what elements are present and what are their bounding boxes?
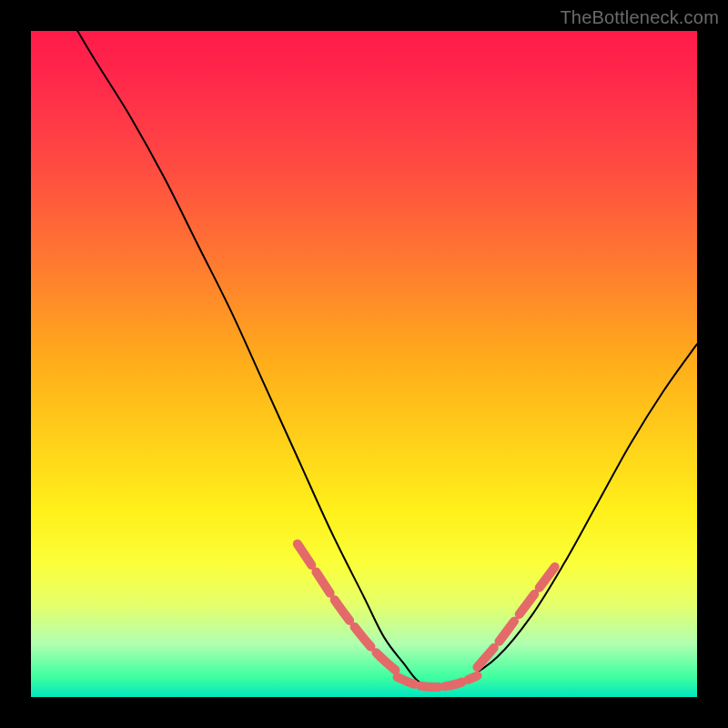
series-highlight-bottom-segment — [398, 676, 478, 688]
chart-svg — [31, 31, 697, 697]
watermark-text: TheBottleneck.com — [560, 7, 719, 28]
series-highlight-right-segment — [477, 564, 557, 667]
series-bottleneck-curve — [77, 31, 697, 688]
chart-frame: TheBottleneck.com — [0, 0, 728, 728]
plot-area — [31, 31, 697, 697]
